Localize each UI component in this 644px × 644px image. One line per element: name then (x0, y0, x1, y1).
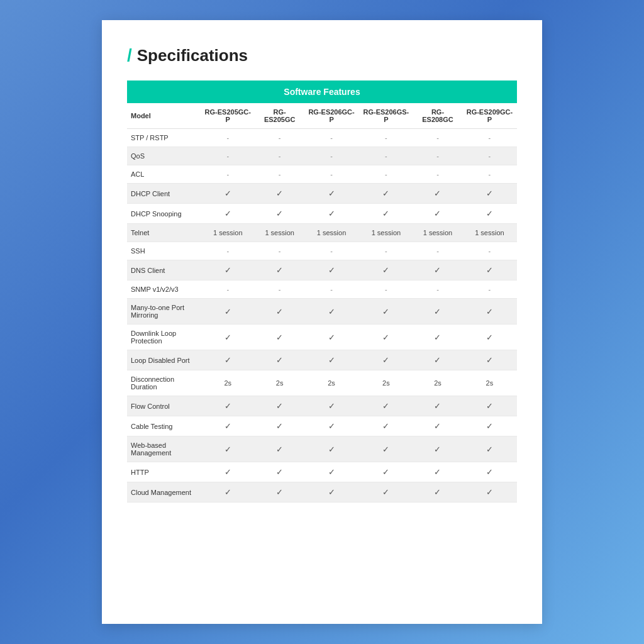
row-value: - (201, 242, 255, 260)
row-value: ✓ (462, 204, 517, 224)
row-value: ✓ (304, 260, 358, 280)
row-value: 1 session (304, 224, 358, 242)
row-value: ✓ (304, 482, 358, 502)
checkmark-icon: ✓ (328, 401, 335, 411)
dash-indicator: - (489, 152, 491, 160)
row-value: 1 session (255, 224, 304, 242)
checkmark-icon: ✓ (486, 467, 493, 477)
dash-indicator: - (436, 247, 439, 255)
checkmark-icon: ✓ (276, 333, 283, 342)
row-value: 1 session (413, 224, 462, 242)
row-value: ✓ (304, 350, 358, 370)
row-value: ✓ (201, 350, 255, 370)
row-value: ✓ (255, 462, 304, 482)
checkmark-icon: ✓ (382, 401, 389, 411)
dash-indicator: - (489, 170, 491, 178)
checkmark-icon: ✓ (382, 189, 389, 198)
row-label: Disconnection Duration (127, 370, 201, 396)
checkmark-icon: ✓ (276, 209, 283, 218)
row-value: - (304, 129, 358, 147)
dash-indicator: - (226, 247, 229, 255)
checkmark-icon: ✓ (225, 333, 231, 342)
row-value: 2s (359, 370, 414, 396)
specifications-table: Software Features Model RG-ES205GC-P RG-… (127, 80, 517, 502)
checkmark-icon: ✓ (382, 487, 389, 497)
row-value: - (462, 147, 517, 165)
checkmark-icon: ✓ (276, 307, 283, 316)
row-value: - (255, 242, 304, 260)
checkmark-icon: ✓ (276, 467, 283, 477)
checkmark-icon: ✓ (225, 209, 231, 218)
row-value: - (359, 242, 414, 260)
row-value: ✓ (462, 325, 517, 350)
dash-indicator: - (226, 152, 229, 160)
row-value: - (462, 129, 517, 147)
row-value: - (304, 147, 358, 165)
row-value: ✓ (462, 436, 517, 462)
row-label: QoS (127, 147, 201, 165)
col-header-model: Model (127, 103, 201, 129)
checkmark-icon: ✓ (276, 421, 283, 431)
row-value: ✓ (413, 350, 462, 370)
row-value: ✓ (201, 260, 255, 280)
row-label: Cable Testing (127, 416, 201, 436)
row-value: ✓ (304, 204, 358, 224)
row-label: Loop Disabled Port (127, 350, 201, 370)
checkmark-icon: ✓ (225, 401, 231, 411)
row-value: - (413, 242, 462, 260)
row-value: - (304, 242, 358, 260)
row-label: SSH (127, 242, 201, 260)
dash-indicator: - (436, 170, 439, 178)
column-header-row: Model RG-ES205GC-P RG-ES205GC RG-ES206GC… (127, 103, 517, 129)
row-value: 2s (462, 370, 517, 396)
row-value: ✓ (255, 396, 304, 416)
dash-indicator: - (489, 286, 491, 293)
row-value: - (359, 165, 414, 184)
dash-indicator: - (330, 286, 333, 293)
dash-indicator: - (489, 247, 491, 255)
dash-indicator: - (279, 286, 281, 293)
section-header-cell: Software Features (127, 80, 517, 103)
checkmark-icon: ✓ (225, 445, 231, 454)
checkmark-icon: ✓ (434, 467, 441, 477)
row-value: ✓ (413, 299, 462, 325)
row-value: ✓ (462, 260, 517, 280)
checkmark-icon: ✓ (382, 421, 389, 431)
row-value: - (413, 147, 462, 165)
row-value: - (413, 280, 462, 299)
row-value: ✓ (359, 416, 414, 436)
row-value: - (255, 280, 304, 299)
dash-indicator: - (385, 247, 387, 255)
checkmark-icon: ✓ (434, 445, 441, 454)
checkmark-icon: ✓ (276, 189, 283, 198)
row-value: - (413, 165, 462, 184)
row-value: 2s (201, 370, 255, 396)
row-label: ACL (127, 165, 201, 184)
checkmark-icon: ✓ (486, 487, 493, 497)
checkmark-icon: ✓ (434, 355, 441, 365)
table-row: HTTP✓✓✓✓✓✓ (127, 462, 517, 482)
checkmark-icon: ✓ (434, 421, 441, 431)
checkmark-icon: ✓ (486, 421, 493, 431)
dash-indicator: - (279, 170, 281, 178)
row-value: ✓ (359, 325, 414, 350)
dash-indicator: - (436, 134, 439, 142)
row-label: Downlink Loop Protection (127, 325, 201, 350)
dash-indicator: - (330, 170, 333, 178)
checkmark-icon: ✓ (328, 487, 335, 497)
col-header-1: RG-ES205GC-P (201, 103, 255, 129)
row-value: - (255, 165, 304, 184)
row-value: ✓ (304, 436, 358, 462)
checkmark-icon: ✓ (486, 265, 493, 275)
checkmark-icon: ✓ (328, 467, 335, 477)
row-value: ✓ (413, 204, 462, 224)
checkmark-icon: ✓ (434, 401, 441, 411)
row-value: 2s (413, 370, 462, 396)
row-value: - (201, 129, 255, 147)
checkmark-icon: ✓ (225, 487, 231, 497)
row-value: ✓ (304, 325, 358, 350)
row-value: 1 session (201, 224, 255, 242)
row-value: - (201, 165, 255, 184)
row-value: ✓ (413, 396, 462, 416)
dash-indicator: - (489, 134, 491, 142)
